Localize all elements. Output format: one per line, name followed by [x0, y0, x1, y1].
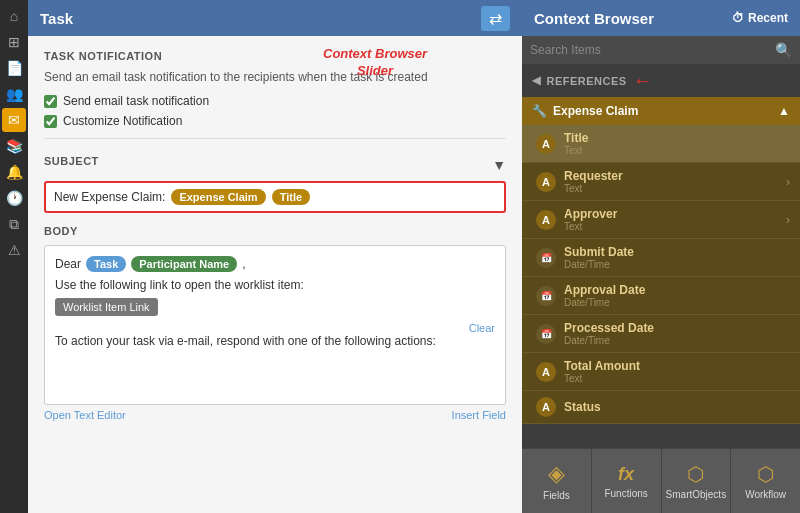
context-item-approver[interactable]: A Approver Text ›: [522, 201, 800, 239]
sidebar-icon-bell[interactable]: 🔔: [2, 160, 26, 184]
insert-field-link[interactable]: Insert Field: [452, 409, 506, 421]
task-header: Task ⇄: [28, 0, 522, 36]
send-email-label: Send email task notification: [63, 94, 209, 108]
requester-item-text: Requester Text: [564, 169, 778, 194]
notification-description: Send an email task notification to the r…: [44, 70, 506, 84]
recent-button[interactable]: ⏱ Recent: [732, 11, 788, 25]
context-item-approval-date[interactable]: 📅 Approval Date Date/Time: [522, 277, 800, 315]
context-item-processed-date[interactable]: 📅 Processed Date Date/Time: [522, 315, 800, 353]
requester-chevron-icon: ›: [786, 175, 790, 189]
clear-row: Clear: [55, 322, 495, 334]
functions-tab[interactable]: fx Functions: [592, 449, 662, 513]
context-browser-panel: Context Browser ⏱ Recent 🔍 ◀ REFERENCES …: [522, 0, 800, 513]
context-item-submit-date[interactable]: 📅 Submit Date Date/Time: [522, 239, 800, 277]
subject-section-title: SUBJECT: [44, 155, 99, 167]
functions-tab-label: Functions: [604, 488, 647, 499]
total-amount-type: Text: [564, 373, 790, 384]
context-item-total-amount[interactable]: A Total Amount Text: [522, 353, 800, 391]
notification-section-title: TASK NOTIFICATION: [44, 50, 506, 62]
sidebar-icon-stack[interactable]: 📚: [2, 134, 26, 158]
context-item-title[interactable]: A Title Text: [522, 125, 800, 163]
comma: ,: [242, 257, 245, 271]
smartobjects-tab[interactable]: ⬡ SmartObjects: [662, 449, 732, 513]
sidebar-icon-document[interactable]: 📄: [2, 56, 26, 80]
group-chevron-icon: ▲: [778, 104, 790, 118]
dear-text: Dear: [55, 257, 81, 271]
approval-date-type: Date/Time: [564, 297, 790, 308]
customize-notification-label: Customize Notification: [63, 114, 182, 128]
slider-icon: ⇄: [489, 9, 502, 28]
total-amount-icon: A: [536, 362, 556, 382]
customize-notification-checkbox[interactable]: [44, 115, 57, 128]
search-icon: 🔍: [775, 42, 792, 58]
sidebar-icon-mail[interactable]: ✉: [2, 108, 26, 132]
editor-controls: Open Text Editor Insert Field: [44, 409, 506, 421]
clear-button[interactable]: Clear: [469, 322, 495, 334]
sidebar-icon-grid[interactable]: ⊞: [2, 30, 26, 54]
context-browser-slider-button[interactable]: ⇄: [481, 6, 510, 31]
functions-tab-icon: fx: [618, 464, 634, 485]
context-browser-title: Context Browser: [534, 10, 654, 27]
body-editor[interactable]: Dear Task Participant Name , Use the fol…: [44, 245, 506, 405]
processed-date-icon: 📅: [536, 324, 556, 344]
processed-date-name: Processed Date: [564, 321, 790, 335]
processed-date-text: Processed Date Date/Time: [564, 321, 790, 346]
arrow-indicator: ←: [633, 69, 654, 92]
subject-chevron-icon[interactable]: ▼: [492, 157, 506, 173]
total-amount-name: Total Amount: [564, 359, 790, 373]
approval-date-text: Approval Date Date/Time: [564, 283, 790, 308]
references-header: ◀ REFERENCES ←: [522, 64, 800, 97]
recent-label: Recent: [748, 11, 788, 25]
subject-section: SUBJECT ▼ New Expense Claim: Expense Cla…: [44, 155, 506, 213]
participant-name-tag[interactable]: Participant Name: [131, 256, 237, 272]
task-tag[interactable]: Task: [86, 256, 126, 272]
task-body: TASK NOTIFICATION Send an email task not…: [28, 36, 522, 513]
main-content: Task ⇄ Context Browser Slider TASK NOTIF…: [28, 0, 522, 513]
sidebar-icon-warning[interactable]: ⚠: [2, 238, 26, 262]
context-item-requester[interactable]: A Requester Text ›: [522, 163, 800, 201]
context-list: 🔧 Expense Claim ▲ A Title Text A Request…: [522, 97, 800, 448]
submit-date-icon: 📅: [536, 248, 556, 268]
sidebar-icon-clock[interactable]: 🕐: [2, 186, 26, 210]
context-footer: ◈ Fields fx Functions ⬡ SmartObjects ⬡ W…: [522, 448, 800, 513]
body-section: BODY Dear Task Participant Name , Use th…: [44, 225, 506, 405]
sidebar-icon-home[interactable]: ⌂: [2, 4, 26, 28]
status-text: Status: [564, 400, 790, 414]
status-name: Status: [564, 400, 790, 414]
workflow-tab-icon: ⬡: [757, 462, 774, 486]
sidebar-icon-layers[interactable]: ⧉: [2, 212, 26, 236]
approver-chevron-icon: ›: [786, 213, 790, 227]
subject-header: SUBJECT ▼: [44, 155, 506, 175]
context-browser-header: Context Browser ⏱ Recent: [522, 0, 800, 36]
search-input[interactable]: [530, 43, 769, 57]
worklist-line: Use the following link to open the workl…: [55, 278, 495, 292]
title-tag[interactable]: Title: [272, 189, 310, 205]
sidebar-icon-people[interactable]: 👥: [2, 82, 26, 106]
divider: [44, 138, 506, 139]
references-label: REFERENCES: [547, 75, 627, 87]
smartobjects-tab-label: SmartObjects: [666, 489, 727, 500]
workflow-tab-label: Workflow: [745, 489, 786, 500]
title-item-name: Title: [564, 131, 790, 145]
collapse-icon[interactable]: ◀: [532, 74, 541, 87]
send-email-checkbox[interactable]: [44, 95, 57, 108]
subject-box[interactable]: New Expense Claim: Expense Claim Title: [44, 181, 506, 213]
recent-icon: ⏱: [732, 11, 744, 25]
worklist-item-link-button[interactable]: Worklist Item Link: [55, 298, 158, 316]
submit-date-name: Submit Date: [564, 245, 790, 259]
customize-notification-checkbox-row: Customize Notification: [44, 114, 506, 128]
fields-tab-label: Fields: [543, 490, 570, 501]
fields-tab[interactable]: ◈ Fields: [522, 449, 592, 513]
workflow-tab[interactable]: ⬡ Workflow: [731, 449, 800, 513]
approver-item-text: Approver Text: [564, 207, 778, 232]
sidebar: ⌂ ⊞ 📄 👥 ✉ 📚 🔔 🕐 ⧉ ⚠: [0, 0, 28, 513]
approver-item-type: Text: [564, 221, 778, 232]
expense-claim-tag[interactable]: Expense Claim: [171, 189, 265, 205]
approval-date-icon: 📅: [536, 286, 556, 306]
title-item-text: Title Text: [564, 131, 790, 156]
approval-date-name: Approval Date: [564, 283, 790, 297]
open-text-editor-link[interactable]: Open Text Editor: [44, 409, 126, 421]
worklist-btn-line: Worklist Item Link: [55, 298, 495, 316]
expense-claim-group-header[interactable]: 🔧 Expense Claim ▲: [522, 97, 800, 125]
context-item-status[interactable]: A Status: [522, 391, 800, 424]
